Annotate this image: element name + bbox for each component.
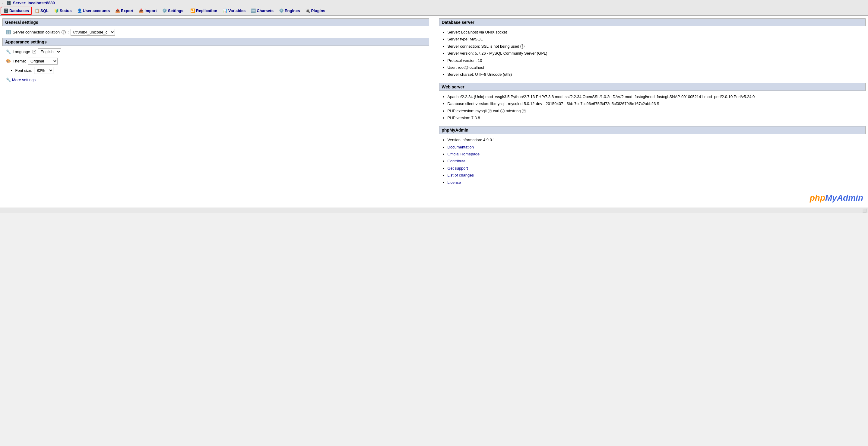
language-row: 🔧 Language ? English French German Spani… bbox=[2, 48, 429, 55]
nav-databases[interactable]: 🗄️ Databases bbox=[1, 7, 32, 15]
engines-icon: ⚙️ bbox=[279, 8, 284, 13]
nav-charsets[interactable]: 🔤 Charsets bbox=[248, 7, 276, 14]
collation-row: 🔢 Server connection collation ? : utf8mb… bbox=[2, 29, 429, 36]
mbstring-help-icon[interactable]: ? bbox=[522, 109, 526, 113]
phpmyadmin-section: phpMyAdmin Version information: 4.9.0.1 … bbox=[439, 126, 866, 186]
sql-icon: 📋 bbox=[35, 8, 39, 13]
content: General settings 🔢 Server connection col… bbox=[0, 16, 868, 208]
db-icon: 🗄️ bbox=[7, 1, 11, 5]
phpmyadmin-list: Version information: 4.9.0.1 Documentati… bbox=[439, 137, 866, 186]
web-server-list: Apache/2.2.34 (Unix) mod_wsgi/3.5 Python… bbox=[439, 93, 866, 122]
list-item: Get support bbox=[447, 165, 866, 172]
more-settings-link[interactable]: 🔧 More settings bbox=[2, 78, 429, 82]
nav-status[interactable]: 🔰 Status bbox=[51, 7, 74, 14]
get-support-link[interactable]: Get support bbox=[447, 166, 468, 171]
import-icon: 📥 bbox=[139, 8, 144, 13]
list-item: Documentation bbox=[447, 144, 866, 151]
list-item: Contribute bbox=[447, 157, 866, 165]
language-select[interactable]: English French German Spanish bbox=[38, 48, 61, 55]
language-icon: 🔧 bbox=[6, 50, 11, 54]
status-icon: 🔰 bbox=[54, 8, 59, 13]
language-help-icon[interactable]: ? bbox=[32, 50, 36, 54]
collation-label: Server connection collation bbox=[13, 30, 60, 34]
list-item: List of changes bbox=[447, 172, 866, 179]
logo-myadmin: MyAdmin bbox=[825, 193, 863, 203]
phpmyadmin-header: phpMyAdmin bbox=[439, 126, 866, 134]
ssl-help-icon[interactable]: ? bbox=[520, 44, 525, 49]
collation-icon: 🔢 bbox=[6, 30, 11, 34]
theme-icon: 🎨 bbox=[6, 59, 11, 63]
font-size-row: • Font size: 80% 82% 90% 100% bbox=[2, 67, 429, 74]
mysqli-help-icon[interactable]: ? bbox=[488, 109, 492, 113]
nav-variables[interactable]: 📊 Variables bbox=[220, 7, 248, 14]
database-server-list: Server: Localhost via UNIX socket Server… bbox=[439, 29, 866, 78]
databases-icon: 🗄️ bbox=[4, 8, 8, 13]
maximize-button[interactable]: ⬜ bbox=[862, 209, 867, 213]
list-item: Database client version: libmysql - mysq… bbox=[447, 100, 866, 107]
collation-help-icon[interactable]: ? bbox=[62, 30, 66, 34]
replication-icon: 🔁 bbox=[190, 8, 195, 13]
nav-export[interactable]: 📤 Export bbox=[113, 7, 136, 14]
logo-php: php bbox=[810, 193, 825, 203]
list-item: Server type: MySQL bbox=[447, 36, 866, 42]
list-item: PHP extension: mysqli ? curl ? mbstring … bbox=[447, 108, 866, 114]
more-settings-icon: 🔧 bbox=[6, 78, 11, 82]
list-item: License bbox=[447, 179, 866, 186]
database-server-section: Database server Server: Localhost via UN… bbox=[439, 19, 866, 78]
list-item: Server charset: UTF-8 Unicode (utf8) bbox=[447, 71, 866, 78]
user-accounts-icon: 👤 bbox=[77, 8, 82, 13]
nav-sql[interactable]: 📋 SQL bbox=[32, 7, 51, 14]
official-homepage-link[interactable]: Official Homepage bbox=[447, 152, 480, 156]
nav-plugins[interactable]: 🔌 Plugins bbox=[303, 7, 328, 14]
nav-replication[interactable]: 🔁 Replication bbox=[188, 7, 220, 14]
back-arrow-icon[interactable]: ← bbox=[1, 1, 5, 5]
nav-settings[interactable]: ⚙️ Settings bbox=[159, 7, 186, 14]
nav-bar: 🗄️ Databases 📋 SQL 🔰 Status 👤 User accou… bbox=[0, 6, 868, 16]
theme-label: Theme: bbox=[13, 59, 26, 63]
web-server-section: Web server Apache/2.2.34 (Unix) mod_wsgi… bbox=[439, 83, 866, 122]
appearance-settings-header: Appearance settings bbox=[2, 38, 429, 46]
bottom-bar: ⬜ bbox=[0, 208, 868, 213]
database-server-header: Database server bbox=[439, 19, 866, 26]
server-link[interactable]: Server: localhost:8889 bbox=[13, 1, 55, 5]
phpmyadmin-logo: phpMyAdmin bbox=[439, 191, 866, 205]
nav-import[interactable]: 📥 Import bbox=[136, 7, 159, 14]
export-icon: 📤 bbox=[115, 8, 120, 13]
list-item: PHP version: 7.3.8 bbox=[447, 114, 866, 121]
left-panel: General settings 🔢 Server connection col… bbox=[2, 19, 434, 205]
nav-separator bbox=[187, 7, 187, 14]
titlebar: ← 🗄️ Server: localhost:8889 bbox=[0, 0, 868, 6]
nav-engines[interactable]: ⚙️ Engines bbox=[276, 7, 303, 14]
charsets-icon: 🔤 bbox=[251, 8, 256, 13]
list-item: Server connection: SSL is not being used… bbox=[447, 43, 866, 50]
variables-icon: 📊 bbox=[223, 8, 227, 13]
curl-help-icon[interactable]: ? bbox=[500, 109, 504, 113]
nav-user-accounts[interactable]: 👤 User accounts bbox=[74, 7, 113, 14]
list-item: Server version: 5.7.26 - MySQL Community… bbox=[447, 50, 866, 57]
theme-select[interactable]: Original pmahomme bbox=[28, 58, 58, 65]
collation-select[interactable]: utf8mb4_unicode_ci utf8_general_ci latin… bbox=[70, 29, 115, 36]
theme-row: 🎨 Theme: Original pmahomme bbox=[2, 58, 429, 65]
list-item: Server: Localhost via UNIX socket bbox=[447, 29, 866, 36]
font-size-label: Font size: bbox=[16, 68, 32, 73]
list-item: Apache/2.2.34 (Unix) mod_wsgi/3.5 Python… bbox=[447, 93, 866, 100]
list-item: Official Homepage bbox=[447, 151, 866, 157]
list-item: Protocol version: 10 bbox=[447, 57, 866, 64]
plugins-icon: 🔌 bbox=[305, 8, 310, 13]
list-item: Version information: 4.9.0.1 bbox=[447, 137, 866, 143]
settings-icon: ⚙️ bbox=[162, 8, 167, 13]
license-link[interactable]: License bbox=[447, 180, 461, 185]
web-server-header: Web server bbox=[439, 83, 866, 91]
documentation-link[interactable]: Documentation bbox=[447, 145, 474, 149]
font-size-select[interactable]: 80% 82% 90% 100% bbox=[34, 67, 53, 74]
general-settings-header: General settings bbox=[2, 19, 429, 26]
list-item: User: root@localhost bbox=[447, 64, 866, 71]
language-label: Language bbox=[13, 50, 30, 54]
right-panel: Database server Server: Localhost via UN… bbox=[434, 19, 866, 205]
list-of-changes-link[interactable]: List of changes bbox=[447, 173, 474, 177]
contribute-link[interactable]: Contribute bbox=[447, 159, 466, 163]
